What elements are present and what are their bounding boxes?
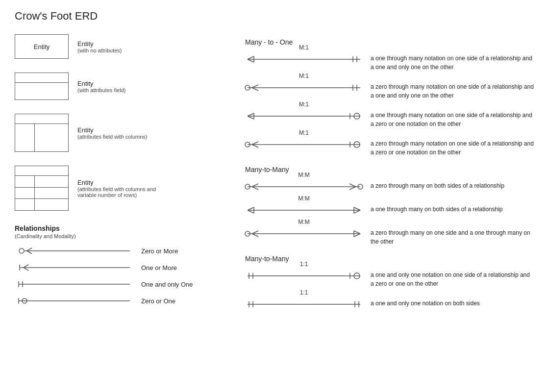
svg-line-44 bbox=[349, 187, 356, 190]
entity-cols-sub: (attributes field with columns) bbox=[77, 134, 147, 140]
svg-line-54 bbox=[252, 231, 258, 234]
svg-line-22 bbox=[252, 85, 258, 88]
entity-cols-name: Entity bbox=[77, 126, 147, 134]
11-row2-desc: a one and only one notation on both side… bbox=[371, 297, 480, 308]
entity-rows-sub: (attributes field with columns andvariab… bbox=[77, 186, 156, 198]
m1-row1-line: M:1 bbox=[245, 52, 363, 67]
left-panel: Entity Entity (with no attributes) Entit… bbox=[15, 34, 240, 320]
11-row1-ratio: 1:1 bbox=[245, 261, 363, 268]
svg-line-27 bbox=[248, 113, 254, 116]
11-row2-ratio: 1:1 bbox=[245, 289, 363, 296]
section-many-to-one: Many - to - One M:1 a o bbox=[245, 38, 534, 157]
entity-attrs-label: Entity (with attributes field) bbox=[77, 80, 125, 93]
svg-line-15 bbox=[248, 56, 254, 59]
svg-line-16 bbox=[248, 59, 254, 62]
entity-simple-box: Entity bbox=[15, 34, 69, 59]
notation-zero-or-more-label: Zero or More bbox=[141, 247, 178, 255]
svg-line-55 bbox=[252, 234, 258, 237]
entity-attrs-box bbox=[15, 73, 69, 100]
relationships-section: Relationships (Cardinality and Modality) bbox=[15, 224, 240, 306]
svg-line-3 bbox=[27, 251, 32, 254]
svg-line-46 bbox=[248, 207, 254, 210]
notation-one-or-more-label: One or More bbox=[141, 264, 177, 271]
section-many-to-many-2: Many-to-Many 1:1 a one and only one bbox=[245, 255, 534, 312]
entity-rows-label: Entity (attributes field with columns an… bbox=[77, 179, 156, 198]
mm-row2-line: M:M bbox=[245, 203, 363, 218]
svg-line-50 bbox=[354, 210, 360, 213]
entity-rows-box bbox=[15, 166, 69, 211]
m1-row2-desc: a zero through many notation on one side… bbox=[371, 80, 534, 100]
svg-line-47 bbox=[248, 210, 254, 213]
entity-simple: Entity Entity (with no attributes) bbox=[15, 34, 240, 59]
m1-row3-desc: a one through many notation on one side … bbox=[371, 109, 534, 128]
entity-cols: Entity (attributes field with columns) bbox=[15, 114, 240, 152]
relationships-title: Relationships bbox=[15, 224, 240, 232]
svg-line-7 bbox=[24, 268, 28, 270]
svg-line-57 bbox=[354, 234, 360, 237]
11-row1-line: 1:1 bbox=[245, 269, 363, 283]
svg-line-28 bbox=[248, 116, 254, 119]
11-row1: 1:1 a one and only one notation on one s… bbox=[245, 269, 534, 288]
11-row2: 1:1 a one and only one notation on both … bbox=[245, 297, 534, 312]
notation-zero-or-one-label: Zero or One bbox=[141, 297, 175, 305]
mm-row2-desc: a one through many on both sides of a re… bbox=[371, 203, 503, 214]
notation-one-only: One and only One bbox=[15, 279, 240, 289]
entity-rows-name: Entity bbox=[77, 179, 156, 186]
entity-cols-box bbox=[15, 114, 69, 152]
m1-row3: M:1 a one through many notation on one s… bbox=[245, 109, 534, 128]
m1-row3-ratio: M:1 bbox=[245, 101, 363, 108]
entity-rows: Entity (attributes field with columns an… bbox=[15, 166, 240, 211]
mm-row3-line: M:M bbox=[245, 226, 363, 241]
notation-zero-or-more-line bbox=[15, 246, 132, 256]
svg-line-56 bbox=[354, 231, 360, 234]
m1-row4-line: M:1 bbox=[245, 137, 363, 152]
m1-row3-line: M:1 bbox=[245, 109, 363, 123]
m1-row2-ratio: M:1 bbox=[245, 73, 363, 79]
mm-row3: M:M a zero through many on one side and … bbox=[245, 226, 534, 246]
entity-attrs-sub: (with attributes field) bbox=[77, 87, 125, 93]
m1-row1-ratio: M:1 bbox=[245, 44, 363, 51]
svg-line-43 bbox=[349, 184, 356, 187]
section-many-to-many-1: Many-to-Many M:M bbox=[245, 166, 534, 246]
svg-line-6 bbox=[24, 265, 28, 268]
entity-attrs-name: Entity bbox=[77, 80, 125, 87]
right-panel: Many - to - One M:1 a o bbox=[240, 34, 534, 320]
entity-attrs: Entity (with attributes field) bbox=[15, 73, 240, 100]
svg-line-2 bbox=[27, 248, 32, 251]
notation-one-only-label: One and only One bbox=[141, 281, 193, 288]
svg-line-34 bbox=[252, 142, 258, 145]
notation-zero-or-one-line bbox=[15, 296, 132, 306]
mm-row1: M:M a zero through many on both sides of… bbox=[245, 179, 534, 194]
m1-row1-desc: a one through many notation on one side … bbox=[371, 52, 534, 72]
mm-row1-ratio: M:M bbox=[245, 172, 363, 178]
entity-simple-text: Entity bbox=[34, 43, 50, 50]
relationships-subtitle: (Cardinality and Modality) bbox=[15, 233, 240, 239]
notation-zero-or-more: Zero or More bbox=[15, 246, 240, 256]
m1-row1: M:1 a one through many notation on one s… bbox=[245, 52, 534, 72]
svg-line-23 bbox=[252, 88, 258, 91]
m1-row4-ratio: M:1 bbox=[245, 129, 363, 136]
m1-row4-desc: a zero through many notation on one side… bbox=[371, 137, 534, 157]
mm-row3-desc: a zero through many on one side and a on… bbox=[371, 226, 534, 246]
m1-row2-line: M:1 bbox=[245, 80, 363, 95]
mm-row1-desc: a zero through many on both sides of a r… bbox=[371, 179, 504, 190]
11-row2-line: 1:1 bbox=[245, 297, 363, 312]
notation-one-or-more-line bbox=[15, 263, 132, 272]
mm-row3-ratio: M:M bbox=[245, 219, 363, 225]
entity-cols-label: Entity (attributes field with columns) bbox=[77, 126, 147, 140]
mm-row2: M:M a one through many on both sides of … bbox=[245, 203, 534, 218]
notation-one-or-more: One or More bbox=[15, 263, 240, 272]
svg-line-40 bbox=[252, 184, 258, 187]
mm-row2-ratio: M:M bbox=[245, 195, 363, 202]
svg-line-35 bbox=[252, 145, 258, 147]
mm-row1-line: M:M bbox=[245, 179, 363, 194]
svg-line-49 bbox=[354, 207, 360, 210]
notation-zero-or-one: Zero or One bbox=[15, 296, 240, 306]
page-title: Crow's Foot ERD bbox=[15, 10, 534, 23]
notation-one-only-line bbox=[15, 279, 132, 289]
entity-simple-label: Entity (with no attributes) bbox=[77, 40, 122, 53]
m1-row4: M:1 a zero through many notation on one … bbox=[245, 137, 534, 157]
svg-line-41 bbox=[252, 187, 258, 190]
entity-simple-sub: (with no attributes) bbox=[77, 48, 122, 53]
m1-row2: M:1 a zero through many notation on one … bbox=[245, 80, 534, 100]
